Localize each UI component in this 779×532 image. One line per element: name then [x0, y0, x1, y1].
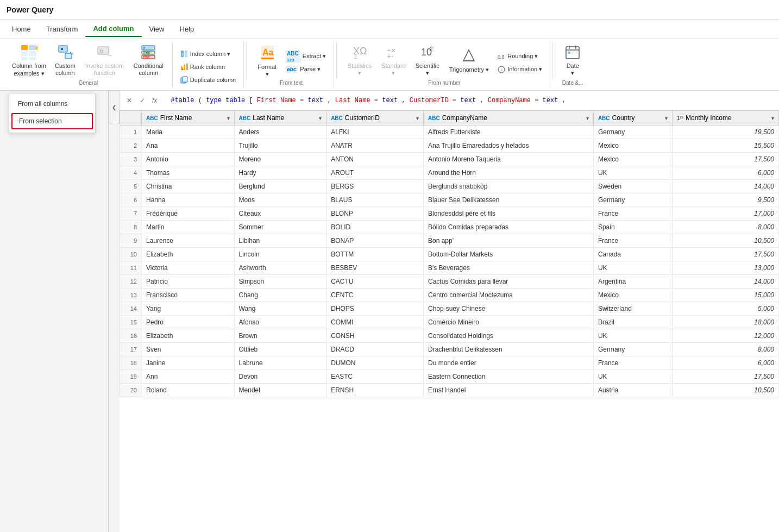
- cell-lastname: Wang: [234, 302, 326, 316]
- sidebar-collapse-button[interactable]: ❮: [109, 91, 120, 123]
- svg-rect-49: [571, 52, 574, 54]
- cell-customerid: CENTC: [326, 289, 424, 302]
- cell-monthlyincome: 19,500: [672, 126, 778, 139]
- cell-country: UK: [593, 370, 672, 384]
- table-row: 5 Christina Berglund BERGS Berglunds sna…: [120, 180, 779, 193]
- table-row: 2 Ana Trujillo ANATR Ana Trujillo Emared…: [120, 139, 779, 153]
- cell-monthlyincome: 13,000: [672, 261, 778, 275]
- col-from-examples-button[interactable]: ✦ Column fromexamples ▾: [9, 45, 49, 77]
- table-row: 14 Yang Wang DHOPS Chop-suey Chinese Swi…: [120, 302, 779, 316]
- table-row: 10 Elizabeth Lincoln BOTTM Bottom-Dollar…: [120, 248, 779, 261]
- conditional-column-button[interactable]: if then else Conditionalcolumn: [129, 45, 168, 77]
- cell-firstname: Maria: [142, 126, 235, 139]
- svg-text:then: then: [143, 51, 150, 54]
- companyname-dropdown[interactable]: ▾: [586, 115, 589, 121]
- cell-companyname: Ana Trujillo Emaredados y helados: [423, 139, 593, 153]
- cell-lastname: Anders: [234, 126, 326, 139]
- menu-transform[interactable]: Transform: [39, 22, 86, 36]
- col-header-rownum: [120, 111, 142, 126]
- svg-text:else: else: [143, 55, 150, 59]
- format-icon: Aa: [259, 43, 276, 62]
- monthlyincome-dropdown[interactable]: ▾: [771, 115, 774, 121]
- cell-companyname: Du monde entier: [423, 356, 593, 370]
- cell-customerid: ALFKI: [326, 126, 424, 139]
- information-button[interactable]: i Information ▾: [494, 64, 545, 76]
- ribbon: ✦ Column fromexamples ▾ From all columns…: [0, 39, 779, 91]
- cell-customerid: DRACD: [326, 343, 424, 356]
- lastname-label: Last Name: [253, 114, 284, 122]
- data-grid-area[interactable]: ABC First Name ▾ ABC Last Name ▾: [120, 110, 779, 532]
- date-button[interactable]: Date▾: [560, 45, 586, 77]
- standard-label: Standard▾: [381, 62, 406, 77]
- svg-rect-10: [65, 53, 72, 59]
- col-from-examples-icon: ✦: [20, 44, 37, 61]
- cell-country: Germany: [593, 343, 672, 356]
- index-column-button[interactable]: 1 2 Index column ▾: [177, 48, 239, 60]
- svg-text:+-: +-: [387, 52, 394, 60]
- country-dropdown[interactable]: ▾: [665, 115, 668, 121]
- monthlyincome-label: Monthly Income: [686, 114, 732, 122]
- cell-rownum: 4: [120, 166, 142, 180]
- custom-column-button[interactable]: + Customcolumn: [51, 45, 80, 77]
- menu-view[interactable]: View: [142, 22, 172, 36]
- duplicate-column-button[interactable]: Duplicate column: [177, 74, 239, 86]
- cell-companyname: Consolidated Holdings: [423, 329, 593, 343]
- cell-rownum: 2: [120, 139, 142, 153]
- menu-home[interactable]: Home: [4, 22, 39, 36]
- invoke-custom-function-button: fx → Invoke customfunction: [81, 45, 128, 77]
- index-column-label: Index column ▾: [190, 51, 230, 58]
- trigonometry-button[interactable]: Trigonometry ▾: [445, 45, 493, 77]
- cell-lastname: Hardy: [234, 166, 326, 180]
- formula-cancel-button[interactable]: ✕: [124, 95, 135, 106]
- country-label: Country: [612, 114, 635, 122]
- cell-country: Spain: [593, 221, 672, 234]
- menu-help[interactable]: Help: [172, 22, 202, 36]
- cell-rownum: 20: [120, 384, 142, 397]
- scientific-button[interactable]: 10 2 Scientific▾: [411, 45, 444, 77]
- lastname-dropdown[interactable]: ▾: [319, 115, 322, 121]
- cell-companyname: Ernst Handel: [423, 384, 593, 397]
- cell-monthlyincome: 6,000: [672, 166, 778, 180]
- rounding-button[interactable]: 0.0 ↑ Rounding ▾: [494, 51, 545, 62]
- from-selection-item[interactable]: From selection: [11, 113, 93, 129]
- from-all-columns-item[interactable]: From all columns: [9, 96, 95, 112]
- extract-button[interactable]: ABC123 Extract ▾: [282, 51, 329, 62]
- statistics-label: Statistics▾: [348, 62, 372, 77]
- rank-column-button[interactable]: ★ Rank column: [177, 61, 239, 73]
- cell-lastname: Lincoln: [234, 248, 326, 261]
- cell-country: Mexico: [593, 153, 672, 166]
- cell-lastname: Labrune: [234, 356, 326, 370]
- cell-customerid: AROUT: [326, 166, 424, 180]
- cell-rownum: 19: [120, 370, 142, 384]
- cell-monthlyincome: 17,500: [672, 370, 778, 384]
- standard-button: ÷× +- Standard▾: [377, 45, 410, 77]
- cell-customerid: EASTC: [326, 370, 424, 384]
- table-row: 20 Roland Mendel ERNSH Ernst Handel Aust…: [120, 384, 779, 397]
- cell-country: Germany: [593, 126, 672, 139]
- cell-customerid: DUMON: [326, 356, 424, 370]
- cell-country: Argentina: [593, 275, 672, 289]
- trigonometry-label: Trigonometry ▾: [449, 66, 489, 73]
- firstname-dropdown[interactable]: ▾: [227, 115, 230, 121]
- table-row: 9 Laurence Libihan BONAP Bon app' France…: [120, 234, 779, 248]
- formula-confirm-button[interactable]: ✓: [137, 95, 148, 106]
- cell-rownum: 17: [120, 343, 142, 356]
- parse-button[interactable]: abc Parse ▾: [282, 64, 329, 76]
- number-small-buttons: 0.0 ↑ Rounding ▾ i Information ▾: [494, 46, 545, 76]
- cell-rownum: 16: [120, 329, 142, 343]
- svg-text:↑: ↑: [502, 54, 505, 58]
- cell-monthlyincome: 8,000: [672, 221, 778, 234]
- cell-firstname: Christina: [142, 180, 235, 193]
- table-row: 16 Elizabeth Brown CONSH Consolidated Ho…: [120, 329, 779, 343]
- cell-customerid: CONSH: [326, 329, 424, 343]
- cell-companyname: Eastern Connection: [423, 370, 593, 384]
- formula-text[interactable]: #table ( type table [ First Name = text …: [171, 97, 775, 104]
- cell-monthlyincome: 9,500: [672, 193, 778, 207]
- cell-companyname: Alfreds Futterkiste: [423, 126, 593, 139]
- customerid-dropdown[interactable]: ▾: [416, 115, 419, 121]
- format-button[interactable]: Aa Format▾: [253, 45, 281, 77]
- svg-rect-5: [29, 57, 36, 60]
- title-bar: Power Query: [0, 0, 779, 20]
- cell-rownum: 12: [120, 275, 142, 289]
- menu-add-column[interactable]: Add column: [85, 21, 141, 37]
